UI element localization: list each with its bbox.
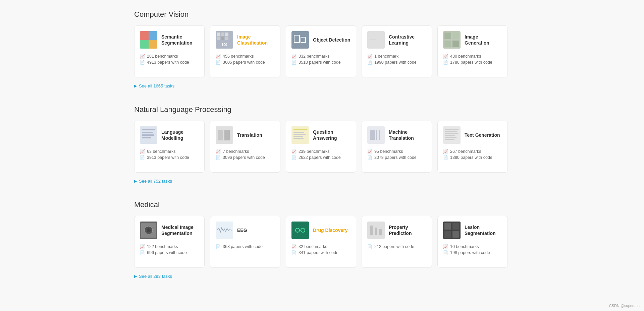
papers-count: 696 papers with code bbox=[147, 250, 187, 255]
card-title-image-generation: Image Generation bbox=[465, 34, 502, 46]
card-papers-translation: 📄3096 papers with code bbox=[216, 155, 275, 160]
card-image-classification[interactable]: 100 Image Classification📈456 benchmarks📄… bbox=[210, 25, 280, 77]
page-wrapper: Computer Vision Semantic Segmentation📈28… bbox=[121, 0, 523, 311]
svg-rect-26 bbox=[142, 132, 153, 133]
svg-rect-60 bbox=[375, 228, 377, 235]
card-thumb-image-classification: 100 bbox=[216, 31, 233, 49]
svg-rect-10 bbox=[221, 37, 224, 40]
svg-rect-46 bbox=[445, 135, 455, 136]
svg-rect-63 bbox=[444, 223, 451, 230]
section-computer-vision: Computer Vision Semantic Segmentation📈28… bbox=[134, 10, 510, 88]
card-papers-image-generation: 📄1780 papers with code bbox=[443, 60, 502, 65]
card-lesion-segmentation[interactable]: Lesion Segmentation📈10 benchmarks📄198 pa… bbox=[437, 216, 508, 268]
papers-count: 1780 papers with code bbox=[450, 60, 492, 65]
card-eeg[interactable]: EEG📄368 papers with code bbox=[210, 216, 280, 268]
papers-count: 3518 papers with code bbox=[299, 60, 341, 65]
papers-count: 341 papers with code bbox=[299, 250, 338, 255]
card-thumb-medical-image-segmentation bbox=[140, 222, 157, 239]
card-thumb-machine-translation bbox=[367, 126, 385, 144]
card-translation[interactable]: Translation📈7 benchmarks📄3096 papers wit… bbox=[210, 121, 280, 173]
watermark: CSDN @superdont bbox=[609, 304, 641, 308]
section-title-nlp: Natural Language Processing bbox=[134, 105, 510, 114]
svg-rect-47 bbox=[445, 137, 457, 138]
card-thumb-question-answering bbox=[291, 126, 309, 144]
card-thumb-drug-discovery bbox=[291, 222, 309, 239]
svg-rect-40 bbox=[376, 130, 377, 140]
svg-rect-59 bbox=[370, 226, 373, 235]
card-papers-property-prediction: 📄212 papers with code bbox=[367, 244, 426, 249]
papers-icon: 📄 bbox=[140, 250, 145, 255]
benchmark-count: 32 benchmarks bbox=[299, 244, 327, 249]
benchmark-icon: 📈 bbox=[443, 149, 448, 154]
card-title-text-generation: Text Generation bbox=[465, 132, 500, 138]
card-semantic-segmentation[interactable]: Semantic Segmentation📈281 benchmarks📄491… bbox=[134, 25, 205, 77]
card-thumb-language-modelling bbox=[140, 126, 157, 144]
card-header-eeg: EEG bbox=[216, 222, 275, 239]
papers-icon: 📄 bbox=[216, 60, 221, 65]
papers-count: 3913 papers with code bbox=[147, 155, 189, 160]
papers-icon: 📄 bbox=[367, 244, 372, 249]
card-machine-translation[interactable]: Machine Translation📈95 benchmarks📄2078 p… bbox=[362, 121, 432, 173]
papers-count: 2078 papers with code bbox=[374, 155, 417, 160]
card-title-image-classification: Image Classification bbox=[237, 34, 275, 46]
card-drug-discovery[interactable]: Drug Discovery📈32 benchmarks📄341 papers … bbox=[286, 216, 356, 268]
svg-rect-34 bbox=[293, 132, 304, 133]
see-all-label-nlp: See all 752 tasks bbox=[139, 179, 172, 184]
cards-row-medical: Medical Image Segmentation📈122 benchmark… bbox=[134, 216, 510, 268]
card-title-property-prediction: Property Prediction bbox=[389, 224, 426, 236]
svg-rect-48 bbox=[445, 139, 454, 140]
card-property-prediction[interactable]: Property Prediction📄212 papers with code bbox=[362, 216, 432, 268]
card-papers-eeg: 📄368 papers with code bbox=[216, 244, 275, 249]
svg-text:~ ~ ~: ~ ~ ~ bbox=[370, 38, 376, 41]
papers-count: 2622 papers with code bbox=[299, 155, 341, 160]
card-contrastive-learning[interactable]: ~ ~ ~ ~ ~ ~ Contrastive Learning📈1 bench… bbox=[362, 25, 432, 77]
card-image-generation[interactable]: Image Generation📈430 benchmarks📄1780 pap… bbox=[437, 25, 508, 77]
benchmark-icon: 📈 bbox=[216, 149, 221, 154]
card-text-generation[interactable]: Text Generation📈267 benchmarks📄1380 pape… bbox=[437, 121, 508, 173]
svg-rect-4 bbox=[149, 40, 157, 49]
card-benchmarks-image-classification: 📈456 benchmarks bbox=[216, 54, 275, 59]
benchmark-count: 267 benchmarks bbox=[450, 149, 481, 154]
papers-count: 3605 papers with code bbox=[223, 60, 265, 65]
section-nlp: Natural Language Processing Language Mod… bbox=[134, 105, 510, 184]
benchmark-count: 239 benchmarks bbox=[299, 149, 329, 154]
papers-icon: 📄 bbox=[291, 250, 297, 255]
card-header-question-answering: Question Answering bbox=[291, 126, 351, 144]
see-all-nlp[interactable]: ▶See all 752 tasks bbox=[134, 179, 172, 184]
papers-icon: 📄 bbox=[443, 250, 448, 255]
see-all-medical[interactable]: ▶See all 293 tasks bbox=[134, 274, 172, 279]
papers-icon: 📄 bbox=[140, 155, 145, 160]
papers-icon: 📄 bbox=[291, 60, 297, 65]
svg-rect-33 bbox=[293, 129, 307, 130]
benchmark-icon: 📈 bbox=[291, 54, 297, 59]
svg-rect-39 bbox=[370, 130, 375, 140]
card-object-detection[interactable]: Object Detection📈332 benchmarks📄3518 pap… bbox=[286, 25, 356, 77]
papers-icon: 📄 bbox=[443, 155, 448, 160]
benchmark-icon: 📈 bbox=[367, 149, 372, 154]
card-header-semantic-segmentation: Semantic Segmentation bbox=[140, 31, 199, 49]
svg-rect-6 bbox=[217, 33, 220, 36]
card-benchmarks-medical-image-segmentation: 📈122 benchmarks bbox=[140, 244, 199, 249]
card-header-lesion-segmentation: Lesion Segmentation bbox=[443, 222, 502, 239]
see-all-arrow-medical: ▶ bbox=[134, 274, 137, 278]
card-medical-image-segmentation[interactable]: Medical Image Segmentation📈122 benchmark… bbox=[134, 216, 205, 268]
benchmark-count: 281 benchmarks bbox=[147, 54, 178, 59]
see-all-arrow-computer-vision: ▶ bbox=[134, 84, 137, 88]
svg-rect-7 bbox=[221, 33, 224, 36]
card-question-answering[interactable]: Question Answering📈239 benchmarks📄2622 p… bbox=[286, 121, 356, 173]
benchmark-icon: 📈 bbox=[140, 244, 145, 249]
benchmark-icon: 📈 bbox=[443, 54, 448, 59]
card-benchmarks-image-generation: 📈430 benchmarks bbox=[443, 54, 502, 59]
svg-rect-3 bbox=[140, 40, 149, 49]
svg-rect-44 bbox=[445, 131, 457, 132]
cards-row-nlp: Language Modelling📈63 benchmarks📄3913 pa… bbox=[134, 121, 510, 173]
benchmark-count: 332 benchmarks bbox=[299, 54, 329, 59]
card-header-medical-image-segmentation: Medical Image Segmentation bbox=[140, 222, 199, 239]
card-language-modelling[interactable]: Language Modelling📈63 benchmarks📄3913 pa… bbox=[134, 121, 205, 173]
card-thumb-translation bbox=[216, 126, 233, 144]
card-title-object-detection: Object Detection bbox=[313, 37, 350, 43]
card-title-contrastive-learning: Contrastive Learning bbox=[389, 34, 426, 46]
card-header-object-detection: Object Detection bbox=[291, 31, 351, 49]
benchmark-count: 430 benchmarks bbox=[450, 54, 481, 59]
see-all-computer-vision[interactable]: ▶See all 1665 tasks bbox=[134, 83, 174, 88]
